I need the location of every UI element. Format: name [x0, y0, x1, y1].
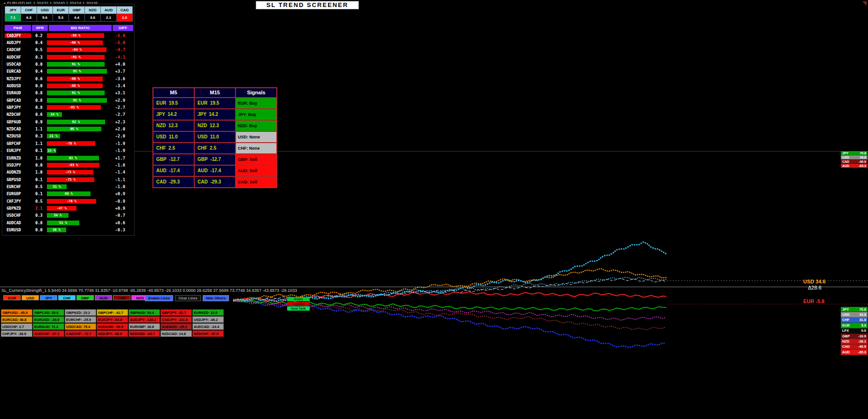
legend-value: 0.0: [861, 328, 866, 333]
pair-tile-cadchf: CADCHF: -72.7: [65, 330, 96, 337]
pair-row-euraud[interactable]: EURAUD0.891 %+3.1: [5, 90, 130, 97]
pair-differential-tiles: GBPUSD: -45.4GBPCAD: 30.0GBPNZD: 15.2GBP…: [1, 309, 224, 337]
pair-row-cadjpy[interactable]: CADJPY0.2-90 %-5.6: [5, 32, 130, 39]
bid-ratio-cell: -88 %: [47, 40, 110, 45]
pair-row-usdchf[interactable]: USDCHF0.334 %-0.7: [5, 212, 130, 219]
pair-row-eurjpy[interactable]: EURJPY0.115 %-1.9: [5, 147, 130, 154]
pair-table-header-bid-ratio: BID RATIO: [49, 25, 112, 31]
bid-ratio-value: -91 %: [47, 55, 105, 60]
pair-row-nzdjpy[interactable]: NZDJPY0.6-88 %-3.6: [5, 75, 130, 82]
strength-value-gbp: 4.4: [69, 14, 84, 21]
signal-header-m5: M5: [153, 88, 194, 98]
bid-ratio-bar: -94 %: [47, 47, 107, 52]
clear-lines-button[interactable]: Clear Lines: [175, 295, 200, 301]
strength-value-aud: 2.1: [101, 14, 116, 21]
pair-name: AUDCHF: [5, 55, 31, 60]
pair-row-usdcad[interactable]: USDCAD0.091 %+4.0: [5, 61, 130, 68]
hide-others-button[interactable]: Hide Others: [203, 295, 229, 301]
bid-ratio-cell: 24 %: [47, 112, 110, 117]
currency-button-cad[interactable]: CAD: [113, 295, 130, 300]
pair-row-usdjpy[interactable]: USDJPY0.0-83 %-1.6: [5, 161, 130, 168]
pair-tile-audnzd: AUDNZD: -39.2: [160, 323, 192, 330]
strength-line-jpy: [234, 242, 666, 302]
bid-ratio-value: 91 %: [47, 62, 105, 67]
pair-diff: -4.7: [110, 47, 130, 52]
bid-ratio-bar: 69 %: [47, 191, 91, 196]
pair-name: GBPUSD: [5, 177, 31, 182]
bid-ratio-value: -83 %: [47, 163, 99, 168]
chart-shift-marker-icon[interactable]: [862, 1, 867, 6]
legend-value: 34.6: [859, 312, 866, 317]
pair-row-eurusd[interactable]: EURUSD0.030 %-0.3: [5, 226, 130, 233]
pair-row-nzdcad[interactable]: NZDCAD1.186 %+2.0: [5, 125, 130, 132]
pair-row-chfjpy[interactable]: CHFJPY0.5-78 %-0.9: [5, 198, 130, 205]
signal-value: AUD: Sell: [236, 165, 277, 176]
bid-ratio-cell: -83 %: [47, 163, 110, 168]
pair-row-gbpjpy[interactable]: GBPJPY0.8-85 %-2.7: [5, 104, 130, 111]
currency-button-chf[interactable]: CHF: [58, 295, 76, 300]
bid-ratio-bar: 30 %: [47, 228, 66, 232]
session-button-asian[interactable]: Asian: [287, 297, 310, 301]
pair-spread: 0.0: [31, 163, 47, 168]
pair-tile-usdcad: USDCAD: 75.4: [65, 323, 96, 330]
pair-row-audusd[interactable]: AUDUSD0.0-88 %-3.4: [5, 82, 130, 89]
pair-diff: -0.3: [110, 228, 130, 232]
pair-spread: 0.5: [31, 199, 47, 204]
pair-tile-nzdcad: NZDCAD: 14.8: [160, 330, 192, 337]
pair-tile-eurchf: EURCHF: -25.9: [65, 316, 96, 323]
bid-ratio-cell: -88 %: [47, 84, 110, 88]
legend-value: -40.9: [859, 160, 866, 163]
pair-name: AUDNZD: [5, 170, 31, 175]
signal-value: NZD: Buy: [236, 120, 277, 131]
pair-row-eurgbp[interactable]: EURGBP0.169 %+0.9: [5, 190, 130, 198]
bid-ratio-value: 82 %: [47, 156, 99, 160]
pair-row-audjpy[interactable]: AUDJPY0.4-88 %-5.0: [5, 39, 130, 46]
legend-currency: JPY: [842, 152, 848, 155]
legend-currency: NZD: [842, 339, 849, 343]
legend-value: 70.8: [860, 152, 866, 155]
strength-value-eur: 5.3: [53, 14, 69, 21]
session-button-london[interactable]: London: [287, 302, 310, 306]
signal-header-row: M5M15Signals: [153, 88, 277, 98]
strength-value-cad: 1.6: [117, 14, 132, 21]
legend-row-nzd: NZD-26.1: [841, 339, 868, 344]
pair-row-gbpchf[interactable]: GBPCHF1.1-76 %-1.9: [5, 140, 130, 147]
signal-header-m15: M15: [194, 88, 236, 98]
pair-row-nzdusd[interactable]: NZDUSD0.321 %-2.0: [5, 133, 130, 140]
pair-row-gbpnzd[interactable]: GBPNZD2.1-47 %+0.9: [5, 205, 130, 212]
pair-tile-gbpnzd: GBPNZD: 15.2: [65, 309, 96, 316]
enable-lines-button[interactable]: Enable Lines: [145, 295, 173, 301]
bid-ratio-value: 69 %: [47, 191, 91, 196]
currency-button-usd[interactable]: USD: [22, 295, 39, 300]
pair-row-eurcad[interactable]: EURCAD0.495 %+3.7: [5, 68, 130, 75]
pair-row-eurchf[interactable]: EURCHF0.531 %-1.0: [5, 183, 130, 190]
upper-legend-row-cad: CAD-40.9: [841, 160, 868, 164]
pair-row-eurnzd[interactable]: EURNZD1.082 %+1.7: [5, 154, 130, 161]
signal-row-cad: CAD -29.3CAD -29.3CAD: Sell: [153, 176, 277, 188]
legend-currency: AUD: [842, 164, 849, 168]
currency-button-gbp[interactable]: GBP: [76, 295, 94, 300]
session-button-new-york[interactable]: New York: [287, 306, 310, 311]
currency-button-eur[interactable]: EUR: [3, 295, 21, 300]
pair-spread: 0.8: [31, 98, 47, 103]
pair-name: AUDCAD: [5, 221, 31, 225]
pair-tile-usdchf: USDCHF: 2.7: [1, 323, 32, 330]
pair-row-audnzd[interactable]: AUDNZD1.0-73 %-1.4: [5, 169, 130, 176]
pair-row-audcad[interactable]: AUDCAD0.851 %+0.6: [5, 219, 130, 226]
pair-row-gbpcad[interactable]: GBPCAD0.895 %+2.9: [5, 97, 130, 104]
pair-name: EURGBP: [5, 191, 31, 196]
indicator-window-separator[interactable]: [0, 287, 868, 287]
pair-spread: 0.1: [31, 191, 47, 196]
pair-spread: 0.0: [31, 84, 47, 88]
pair-row-audchf[interactable]: AUDCHF0.3-91 %-4.1: [5, 53, 130, 61]
currency-strength-chart[interactable]: [0, 235, 868, 375]
pair-row-gbpaud[interactable]: GBPAUD0.992 %+2.3: [5, 118, 130, 125]
bid-ratio-cell: -78 %: [47, 199, 110, 204]
pair-row-nzdchf[interactable]: NZDCHF0.624 %-2.7: [5, 111, 130, 118]
main-chart-strength-legend: JPY70.8USD34.6CAD-40.9AUD-65.3: [841, 151, 868, 168]
currency-button-aud[interactable]: AUD: [95, 295, 112, 300]
pair-row-gbpusd[interactable]: GBPUSD0.1-75 %-1.1: [5, 176, 130, 183]
currency-button-jpy[interactable]: JPY: [40, 295, 57, 300]
bid-ratio-cell: 31 %: [47, 184, 110, 189]
pair-row-cadchf[interactable]: CADCHF0.5-94 %-4.7: [5, 46, 130, 53]
